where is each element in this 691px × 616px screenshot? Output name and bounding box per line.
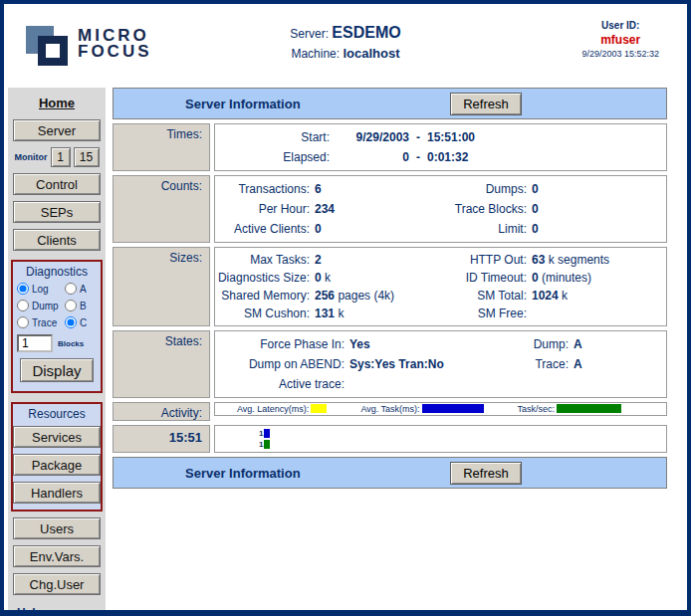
radio-b-label: B [80,301,87,311]
radio-dump-input[interactable] [17,300,29,311]
blocks-label: Blocks [58,339,84,348]
server-label: Server: [290,27,329,41]
radio-a-label: A [80,284,87,295]
id-timeout-value: 0 (minutes) [527,269,666,287]
page-title-bottom: Server Information [185,466,301,481]
users-button[interactable]: Users [13,517,101,539]
active-clients-label: Active Clients: [215,219,310,239]
active-trace-label: Active trace: [215,374,345,394]
sm-cushon-value: 131 k [310,305,442,322]
sm-cushon-label: SM Cushon: [215,305,310,322]
history-time-label: 15:51 [113,425,210,453]
radio-trace-label: Trace [32,317,57,328]
refresh-button-bottom[interactable]: Refresh [450,462,522,485]
radio-c[interactable]: C [65,316,97,328]
monitor-1-button[interactable]: 1 [51,147,71,167]
limit-label: Limit: [442,219,527,239]
elapsed-separator: - [409,147,427,167]
content: Home Server Monitor 1 15 Control SEPs Cl… [4,86,687,616]
user-info: User ID: mfuser 9/29/2003 15:52:32 [581,20,659,59]
times-row: Times: Start: 9/29/2003 - 15:51:00 Elaps… [113,123,667,171]
force-phase-in-label: Force Phase In: [215,334,345,354]
clients-button[interactable]: Clients [13,229,101,251]
latency-swatch [311,404,327,413]
radio-c-input[interactable] [65,316,77,328]
radio-a-input[interactable] [65,283,77,295]
control-button[interactable]: Control [13,173,101,195]
dumps-value: 0 [527,179,666,199]
start-label: Start: [215,127,330,147]
active-clients-value: 0 [310,219,442,239]
activity-legend: Avg. Latency(ms): Avg. Task(ms): Task/se… [214,402,667,416]
radio-log-input[interactable] [17,283,29,295]
chguser-button[interactable]: Chg.User [13,573,101,595]
envvars-button[interactable]: Env.Vars. [13,545,101,567]
refresh-button-top[interactable]: Refresh [450,93,522,115]
sidebar: Home Server Monitor 1 15 Control SEPs Cl… [8,88,106,616]
counts-row-label: Counts: [113,175,210,243]
radio-b[interactable]: B [65,300,97,311]
force-phase-in-value: Yes [345,334,514,354]
sizes-row: Sizes: Max Tasks: 2 Diagnostics Size: 0 … [113,247,667,326]
trace-blocks-value: 0 [527,199,666,219]
top-title-bar: Server Information Refresh [113,88,667,119]
trace-state-value: A [569,354,666,374]
history-bar-task-sec: 1 [259,439,666,450]
sizes-row-label: Sizes: [113,247,210,326]
handlers-button[interactable]: Handlers [13,482,101,504]
help-title: Help: [17,606,101,616]
elapsed-days: 0 [330,147,409,167]
states-row-label: States: [113,330,210,398]
counts-row: Counts: Transactions: 6 Per Hour: 234 Ac… [113,175,667,243]
dump-on-abend-value: Sys:Yes Tran:No [345,354,514,374]
max-tasks-value: 2 [310,251,442,269]
radio-trace[interactable]: Trace [17,316,65,328]
diagnostics-size-value: 0 k [310,269,442,287]
radio-trace-input[interactable] [17,316,29,328]
sm-total-value: 1024 k [527,287,666,305]
help-block: Help: Menu This Page Contents [13,606,101,616]
history-row: 15:51 1 1 [113,425,667,453]
history-bar-task: 1 [259,428,666,439]
bottom-title-bar: Server Information Refresh [113,457,667,489]
radio-b-input[interactable] [65,300,77,311]
radio-dump[interactable]: Dump [17,300,65,311]
per-hour-label: Per Hour: [215,199,310,219]
radio-a[interactable]: A [65,283,97,295]
id-timeout-label: ID Timeout: [442,269,527,287]
services-button[interactable]: Services [13,426,101,448]
resources-groupbox: Resources Services Package Handlers [11,402,103,512]
monitor-row: Monitor 1 15 [15,147,100,167]
times-row-label: Times: [113,123,210,171]
sidebar-item-home[interactable]: Home [39,96,75,110]
sm-total-label: SM Total: [442,287,527,305]
server-button[interactable]: Server [13,119,101,141]
start-separator: - [409,127,427,147]
seps-button[interactable]: SEPs [13,201,101,223]
trace-blocks-label: Trace Blocks: [442,199,527,219]
start-date: 9/29/2003 [330,127,409,147]
monitor-15-button[interactable]: 15 [74,147,100,167]
shared-memory-label: Shared Memory: [215,287,310,305]
times-row-body: Start: 9/29/2003 - 15:51:00 Elapsed: 0 -… [214,123,667,171]
elapsed-label: Elapsed: [215,147,330,167]
machine-name: localhost [343,46,399,61]
dump-on-abend-label: Dump on ABEND: [215,354,345,374]
radio-dump-label: Dump [32,301,59,311]
header-timestamp: 9/29/2003 15:52:32 [581,49,659,59]
user-id-label: User ID: [581,20,659,31]
http-out-value: 63 k segments [527,251,666,269]
per-hour-value: 234 [310,199,442,219]
radio-log[interactable]: Log [17,283,65,295]
sm-free-value [527,305,666,322]
history-chart: 1 1 [214,425,667,453]
diagnostics-groupbox: Diagnostics Log A Dump [11,260,103,393]
states-row: States: Force Phase In: Yes Dump on ABEN… [113,330,667,398]
blocks-row: Blocks [17,334,97,352]
dump-state-value: A [569,334,666,354]
resources-title: Resources [28,407,85,421]
page: MICRO FOCUS Server: ESDEMO Machine: loca… [0,0,691,616]
blocks-input[interactable] [17,334,53,352]
package-button[interactable]: Package [13,454,101,476]
display-button[interactable]: Display [20,358,94,382]
